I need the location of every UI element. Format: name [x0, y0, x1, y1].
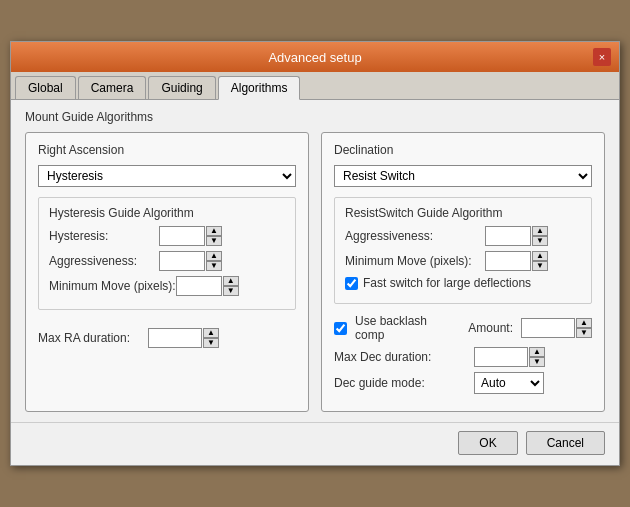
dialog-content: Mount Guide Algorithms Right Ascension H… — [11, 100, 619, 422]
ra-algo-group-title: Hysteresis Guide Algorithm — [49, 206, 285, 220]
dec-aggressiveness-spin: 80 ▲ ▼ — [485, 226, 548, 246]
dec-guidemode-row: Dec guide mode: Auto None North South — [334, 372, 592, 394]
dec-guidemode-label: Dec guide mode: — [334, 376, 474, 390]
title-bar: Advanced setup × — [11, 42, 619, 72]
amount-input[interactable]: 9000 — [521, 318, 575, 338]
dec-aggressiveness-row: Aggressiveness: 80 ▲ ▼ — [345, 226, 581, 246]
dec-group-title: Declination — [334, 143, 592, 157]
dec-group: Declination Resist Switch Hysteresis Low… — [321, 132, 605, 412]
ra-aggressiveness-up[interactable]: ▲ — [206, 251, 222, 261]
dec-aggressiveness-spinbtns: ▲ ▼ — [532, 226, 548, 246]
dec-aggressiveness-up[interactable]: ▲ — [532, 226, 548, 236]
two-column-layout: Right Ascension Hysteresis Resist Switch… — [25, 132, 605, 412]
dec-minmove-row: Minimum Move (pixels): 0.50 ▲ ▼ — [345, 251, 581, 271]
ra-group-title: Right Ascension — [38, 143, 296, 157]
ra-minmove-label: Minimum Move (pixels): — [49, 279, 176, 293]
amount-spinbtns: ▲ ▼ — [576, 318, 592, 338]
ra-minmove-input[interactable]: 0.50 — [176, 276, 222, 296]
ra-hysteresis-up[interactable]: ▲ — [206, 226, 222, 236]
ra-maxduration-input[interactable]: 1500 — [148, 328, 202, 348]
amount-up[interactable]: ▲ — [576, 318, 592, 328]
dec-algo-group-title: ResistSwitch Guide Algorithm — [345, 206, 581, 220]
tab-guiding[interactable]: Guiding — [148, 76, 215, 99]
cancel-button[interactable]: Cancel — [526, 431, 605, 455]
ra-aggressiveness-label: Aggressiveness: — [49, 254, 159, 268]
ra-hysteresis-spinbtns: ▲ ▼ — [206, 226, 222, 246]
dec-guidemode-select[interactable]: Auto None North South — [474, 372, 544, 394]
ra-maxduration-spinbtns: ▲ ▼ — [203, 328, 219, 348]
dec-aggressiveness-label: Aggressiveness: — [345, 229, 485, 243]
ok-button[interactable]: OK — [458, 431, 517, 455]
ra-hysteresis-input[interactable]: 21 — [159, 226, 205, 246]
tab-algorithms[interactable]: Algorithms — [218, 76, 301, 100]
amount-spin: 9000 ▲ ▼ — [521, 318, 592, 338]
ra-algorithm-select[interactable]: Hysteresis Resist Switch Lowpass Lowpass… — [38, 165, 296, 187]
ra-minmove-spin: 0.50 ▲ ▼ — [176, 276, 239, 296]
ra-algo-group: Hysteresis Guide Algorithm Hysteresis: 2… — [38, 197, 296, 310]
dec-maxduration-input[interactable]: 1500 — [474, 347, 528, 367]
dec-maxduration-label: Max Dec duration: — [334, 350, 474, 364]
ra-hysteresis-row: Hysteresis: 21 ▲ ▼ — [49, 226, 285, 246]
ra-maxduration-spin: 1500 ▲ ▼ — [148, 328, 219, 348]
dec-maxduration-spin: 1500 ▲ ▼ — [474, 347, 545, 367]
dialog-footer: OK Cancel — [11, 422, 619, 465]
ra-hysteresis-label: Hysteresis: — [49, 229, 159, 243]
dec-minmove-down[interactable]: ▼ — [532, 261, 548, 271]
dec-minmove-spinbtns: ▲ ▼ — [532, 251, 548, 271]
dec-maxduration-spinbtns: ▲ ▼ — [529, 347, 545, 367]
tab-bar: Global Camera Guiding Algorithms — [11, 72, 619, 100]
amount-down[interactable]: ▼ — [576, 328, 592, 338]
ra-maxduration-label: Max RA duration: — [38, 331, 148, 345]
ra-maxduration-row: Max RA duration: 1500 ▲ ▼ — [38, 328, 296, 348]
dec-minmove-up[interactable]: ▲ — [532, 251, 548, 261]
ra-group: Right Ascension Hysteresis Resist Switch… — [25, 132, 309, 412]
dec-maxduration-down[interactable]: ▼ — [529, 357, 545, 367]
dec-algo-group: ResistSwitch Guide Algorithm Aggressiven… — [334, 197, 592, 304]
ra-minmove-down[interactable]: ▼ — [223, 286, 239, 296]
close-button[interactable]: × — [593, 48, 611, 66]
ra-hysteresis-spin: 21 ▲ ▼ — [159, 226, 222, 246]
dec-maxduration-row: Max Dec duration: 1500 ▲ ▼ — [334, 347, 592, 367]
dec-minmove-spin: 0.50 ▲ ▼ — [485, 251, 548, 271]
dec-fastswitch-label: Fast switch for large deflections — [363, 276, 531, 290]
ra-aggressiveness-input[interactable]: 80 — [159, 251, 205, 271]
tab-camera[interactable]: Camera — [78, 76, 147, 99]
ra-aggressiveness-row: Aggressiveness: 80 ▲ ▼ — [49, 251, 285, 271]
ra-minmove-up[interactable]: ▲ — [223, 276, 239, 286]
amount-label: Amount: — [468, 321, 513, 335]
backlash-label: Use backlash comp — [355, 314, 452, 342]
dec-aggressiveness-input[interactable]: 80 — [485, 226, 531, 246]
dec-aggressiveness-down[interactable]: ▼ — [532, 236, 548, 246]
ra-aggressiveness-spin: 80 ▲ ▼ — [159, 251, 222, 271]
tab-global[interactable]: Global — [15, 76, 76, 99]
ra-aggressiveness-down[interactable]: ▼ — [206, 261, 222, 271]
dec-minmove-input[interactable]: 0.50 — [485, 251, 531, 271]
dec-fastswitch-row: Fast switch for large deflections — [345, 276, 581, 290]
ra-aggressiveness-spinbtns: ▲ ▼ — [206, 251, 222, 271]
dec-fastswitch-checkbox[interactable] — [345, 277, 358, 290]
ra-hysteresis-down[interactable]: ▼ — [206, 236, 222, 246]
ra-minmove-spinbtns: ▲ ▼ — [223, 276, 239, 296]
section-label: Mount Guide Algorithms — [25, 110, 605, 124]
backlash-checkbox[interactable] — [334, 322, 347, 335]
dec-algorithm-select[interactable]: Resist Switch Hysteresis Lowpass Lowpass… — [334, 165, 592, 187]
ra-maxduration-down[interactable]: ▼ — [203, 338, 219, 348]
advanced-setup-dialog: Advanced setup × Global Camera Guiding A… — [10, 41, 620, 466]
ra-minmove-row: Minimum Move (pixels): 0.50 ▲ ▼ — [49, 276, 285, 296]
ra-maxduration-up[interactable]: ▲ — [203, 328, 219, 338]
dec-maxduration-up[interactable]: ▲ — [529, 347, 545, 357]
dec-minmove-label: Minimum Move (pixels): — [345, 254, 485, 268]
dialog-title: Advanced setup — [37, 50, 593, 65]
backlash-row: Use backlash comp Amount: 9000 ▲ ▼ — [334, 314, 592, 342]
